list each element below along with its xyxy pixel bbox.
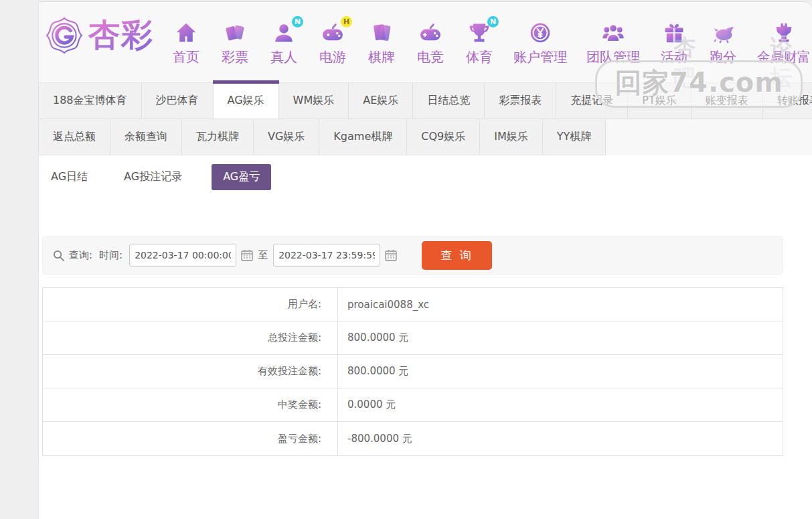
tab[interactable]: 日结总览 (413, 83, 485, 119)
tab-label: 彩票报表 (499, 94, 542, 106)
tab[interactable]: CQ9娱乐 (407, 119, 480, 155)
calendar-icon[interactable] (240, 248, 254, 262)
query-submit-button[interactable]: 查 询 (422, 241, 491, 270)
tab[interactable]: 返点总额 (39, 119, 110, 155)
tab[interactable]: YY棋牌 (543, 119, 606, 155)
tab[interactable]: Kgame棋牌 (319, 119, 407, 155)
tab-label: Kgame棋牌 (333, 130, 392, 143)
table-row: 用户名: proaicai0088_xc (43, 288, 783, 321)
row-label: 中奖金额: (43, 388, 338, 421)
nav-item-label: 首页 (173, 48, 199, 66)
tab[interactable]: IM娱乐 (480, 119, 543, 155)
table-row: 中奖金额: 0.0000 元 (43, 388, 783, 422)
subtab-label: AG日结 (51, 170, 88, 183)
row-value: proaicai0088_xc (338, 288, 783, 321)
nav-badge: N (292, 16, 303, 27)
tab[interactable]: AG娱乐 (214, 83, 279, 119)
wealth-ding-icon (772, 21, 796, 45)
tab-label: 日结总览 (427, 94, 470, 106)
nav-item[interactable]: 彩票 (220, 21, 250, 66)
site-logo[interactable]: 杏彩 (46, 14, 154, 56)
tab[interactable]: 188金宝博体育 (39, 83, 142, 119)
query-label: 查询: (69, 249, 92, 262)
logo-text: 杏彩 (88, 14, 154, 56)
row-value: 0.0000 元 (338, 388, 783, 421)
table-row: 盈亏金额: -800.0000 元 (43, 422, 783, 455)
time-label: 时间: (99, 249, 123, 262)
tab[interactable]: WM娱乐 (279, 83, 349, 119)
search-icon (52, 249, 65, 262)
tab-label: WM娱乐 (293, 94, 335, 106)
row-value: -800.0000 元 (338, 422, 783, 455)
nav-item[interactable]: N 体育 (465, 21, 494, 66)
nav-item-label: 棋牌 (368, 48, 395, 66)
nav-item-label: 彩票 (222, 48, 248, 66)
subtab[interactable]: AG投注记录 (117, 164, 189, 190)
range-separator: 至 (258, 249, 268, 262)
nav-item-label: 电游 (319, 48, 346, 66)
tab-label: 返点总额 (53, 130, 96, 143)
nav-item[interactable]: 金鼎财富 (757, 21, 811, 66)
team-icon (601, 21, 625, 45)
nav-item[interactable]: N 真人 (269, 21, 299, 66)
nav-item[interactable]: 团队管理 (586, 21, 640, 66)
tab[interactable]: 彩票报表 (485, 83, 556, 119)
tab[interactable]: 余额查询 (110, 119, 182, 155)
row-label: 盈亏金额: (43, 422, 338, 455)
tab[interactable]: 沙巴体育 (142, 83, 214, 119)
nav-item[interactable]: 电竞 (416, 21, 445, 66)
tab-label: IM娱乐 (494, 130, 528, 143)
tab-label: AG娱乐 (228, 94, 264, 106)
nav-item[interactable]: H 电游 (318, 21, 347, 66)
subtab[interactable]: AG日结 (44, 164, 94, 190)
gift-icon (662, 21, 686, 45)
nav-item-label: 账户管理 (513, 48, 567, 66)
paofen-runner-icon (711, 21, 735, 45)
nav-item[interactable]: 棋牌 (367, 21, 396, 66)
row-value: 800.0000 元 (338, 321, 783, 354)
sports-trophy-icon: N (467, 21, 491, 45)
live-person-icon: N (272, 21, 296, 45)
subtab-label: AG盈亏 (223, 170, 260, 183)
tab-label: 余额查询 (125, 130, 167, 143)
tab[interactable]: 瓦力棋牌 (182, 119, 254, 155)
nav-item[interactable]: 账户管理 (513, 21, 567, 66)
nav-badge: N (487, 16, 499, 27)
nav-item[interactable]: 活动 (659, 21, 689, 66)
tab-label: 沙巴体育 (156, 94, 199, 106)
row-value: 800.0000 元 (338, 355, 783, 388)
home-icon (174, 21, 198, 45)
tab-label: YY棋牌 (557, 130, 592, 143)
tab-label: CQ9娱乐 (421, 130, 465, 143)
tab[interactable]: AE娱乐 (349, 83, 413, 119)
account-coin-icon (528, 21, 552, 45)
nav-item-label: 电竞 (417, 48, 444, 66)
calendar-icon[interactable] (384, 248, 398, 262)
cards-icon (370, 21, 394, 45)
logo-flower-icon (46, 17, 83, 54)
nav-item[interactable]: 首页 (171, 21, 201, 66)
tab-label: 188金宝博体育 (53, 94, 127, 106)
query-bar: 查询: 时间: 至 查 询 (42, 236, 783, 275)
nav-item-label: 真人 (270, 48, 297, 66)
main-nav: 首页 彩票 N 真人 H 电游 棋牌 (171, 14, 811, 66)
nav-item-label: 体育 (466, 48, 493, 66)
table-row: 总投注金额: 800.0000 元 (43, 321, 783, 355)
date-to-input[interactable] (273, 244, 380, 267)
tab[interactable]: VG娱乐 (254, 119, 319, 155)
tab-row-2: 返点总额 余额查询 瓦力棋牌 VG娱乐 Kgame棋牌 (39, 119, 812, 155)
tab-label: VG娱乐 (268, 130, 305, 143)
subtab[interactable]: AG盈亏 (212, 164, 271, 190)
content-area: AG日结 AG投注记录 AG盈亏 查询: 时间: (39, 155, 812, 519)
lottery-tickets-icon (223, 21, 247, 45)
tab-label: AE娱乐 (363, 94, 398, 106)
subtab-label: AG投注记录 (124, 170, 182, 183)
report-table: 用户名: proaicai0088_xc 总投注金额: 800.0000 元 有… (42, 287, 783, 456)
row-label: 用户名: (43, 288, 338, 321)
row-label: 总投注金额: (43, 321, 338, 354)
egame-gamepad-icon: H (321, 21, 345, 45)
nav-badge: H (341, 16, 352, 27)
date-from-input[interactable] (129, 244, 236, 267)
nav-item[interactable]: 跑分 (708, 21, 738, 66)
row-label: 有效投注金额: (43, 355, 338, 388)
